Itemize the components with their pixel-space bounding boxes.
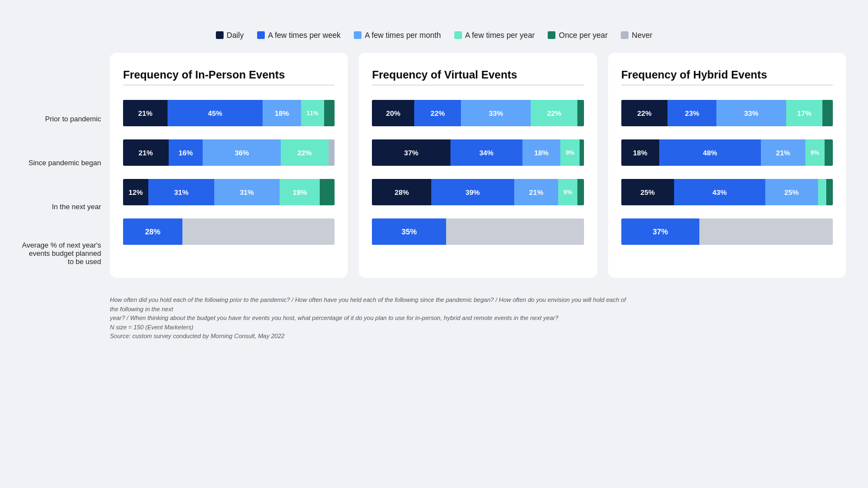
legend-label: A few times per week: [268, 31, 341, 40]
bar-segment: 33%: [461, 100, 531, 126]
bar-segment: 43%: [674, 179, 765, 205]
budget-remainder: [699, 218, 833, 245]
bar-row-since: 21%16%36%22%: [123, 136, 335, 169]
bar-segment: 18%: [263, 100, 301, 126]
bar-segment: 48%: [659, 139, 761, 166]
bar-segment: 25%: [621, 179, 674, 205]
bar-segment: 12%: [123, 179, 148, 205]
bar-segment: 9%: [558, 179, 577, 205]
bar-row-next: 28%39%21%9%: [372, 176, 583, 209]
bar-row-since: 18%48%21%9%: [621, 136, 833, 169]
content-area: Prior to pandemicSince pandemic beganIn …: [22, 53, 846, 278]
legend-color-dot: [354, 31, 361, 39]
footnote-line: How often did you hold each of the follo…: [110, 295, 626, 313]
bar-segment: 21%: [761, 139, 805, 166]
legend-label: Once per year: [559, 31, 608, 40]
chart-card-in-person: Frequency of In-Person Events21%45%18%11…: [110, 53, 348, 278]
bar-segment: 34%: [450, 139, 522, 166]
chart-divider: [372, 85, 583, 86]
bar-row-prior: 22%23%33%17%: [621, 97, 833, 130]
row-label-next: In the next year: [22, 184, 110, 228]
budget-fill: 35%: [372, 218, 446, 245]
bar-segment: [825, 139, 833, 166]
bar-segment: 17%: [786, 100, 822, 126]
bar-segment: [826, 179, 833, 205]
legend-label: A few times per month: [365, 31, 441, 40]
bar-segment: 25%: [765, 179, 818, 205]
bar-segment: [324, 100, 335, 126]
bar-segment: [577, 179, 584, 205]
stacked-bar: 22%23%33%17%: [621, 100, 833, 126]
legend-item: Daily: [216, 31, 244, 40]
bar-row-since: 37%34%18%9%: [372, 136, 583, 169]
bar-segment: 9%: [560, 139, 580, 166]
bar-segment: [822, 100, 833, 126]
budget-bar-container: 35%: [372, 215, 583, 248]
budget-remainder: [446, 218, 583, 245]
bar-row-prior: 20%22%33%22%: [372, 97, 583, 130]
bar-segment: [580, 139, 584, 166]
footnote: How often did you hold each of the follo…: [22, 295, 626, 341]
budget-fill: 28%: [123, 218, 182, 245]
bar-segment: 22%: [621, 100, 668, 126]
charts-row: Frequency of In-Person Events21%45%18%11…: [110, 53, 846, 278]
bar-segment: [818, 179, 826, 205]
legend-item: Once per year: [548, 31, 608, 40]
legend-color-dot: [548, 31, 555, 39]
chart-card-virtual: Frequency of Virtual Events20%22%33%22%3…: [359, 53, 597, 278]
bar-segment: 39%: [431, 179, 514, 205]
bar-segment: [320, 179, 335, 205]
legend-label: Never: [632, 31, 652, 40]
chart-divider: [123, 85, 335, 86]
bar-segment: 37%: [372, 139, 450, 166]
budget-remainder: [182, 218, 335, 245]
legend-item: A few times per month: [354, 31, 441, 40]
footnote-line: N size = 150 (Event Marketers): [110, 323, 626, 332]
legend-color-dot: [621, 31, 628, 39]
bar-segment: 33%: [716, 100, 786, 126]
budget-bar: 37%: [621, 218, 833, 245]
bar-segment: 21%: [123, 100, 168, 126]
budget-bar-container: 37%: [621, 215, 833, 248]
bar-segment: 22%: [281, 139, 329, 166]
legend-color-dot: [216, 31, 224, 39]
bar-row-next: 25%43%25%: [621, 176, 833, 209]
stacked-bar: 21%45%18%11%: [123, 100, 335, 126]
legend-item: Never: [621, 31, 652, 40]
legend: DailyA few times per weekA few times per…: [22, 31, 846, 40]
bar-segment: 19%: [280, 179, 320, 205]
bar-segment: 11%: [301, 100, 324, 126]
bar-segment: 28%: [372, 179, 431, 205]
chart-title-virtual: Frequency of Virtual Events: [372, 68, 583, 81]
legend-item: A few times per year: [454, 31, 535, 40]
chart-title-hybrid: Frequency of Hybrid Events: [621, 68, 833, 81]
bar-segment: 18%: [522, 139, 560, 166]
bar-row-next: 12%31%31%19%: [123, 176, 335, 209]
bar-segment: 20%: [372, 100, 414, 126]
row-label-since: Since pandemic began: [22, 141, 110, 184]
bar-segment: 22%: [414, 100, 461, 126]
chart-title-in-person: Frequency of In-Person Events: [123, 68, 335, 81]
budget-fill: 37%: [621, 218, 700, 245]
bar-segment: 21%: [514, 179, 559, 205]
stacked-bar: 18%48%21%9%: [621, 139, 833, 166]
bar-segment: [577, 100, 584, 126]
legend-color-dot: [454, 31, 462, 39]
bar-segment: 16%: [169, 139, 203, 166]
legend-label: Daily: [227, 31, 244, 40]
stacked-bar: 25%43%25%: [621, 179, 833, 205]
bar-segment: 23%: [667, 100, 716, 126]
footnote-line: Source: custom survey conducted by Morni…: [110, 332, 626, 341]
bar-segment: 9%: [805, 139, 825, 166]
row-label-budget: Average % of next year's events budget p…: [22, 228, 110, 278]
stacked-bar: 21%16%36%22%: [123, 139, 335, 166]
bar-segment: 22%: [531, 100, 577, 126]
row-label-prior: Prior to pandemic: [22, 97, 110, 141]
chart-divider: [621, 85, 833, 86]
legend-label: A few times per year: [465, 31, 535, 40]
budget-bar-container: 28%: [123, 215, 335, 248]
legend-color-dot: [257, 31, 265, 39]
bar-segment: 31%: [148, 179, 214, 205]
row-labels: Prior to pandemicSince pandemic beganIn …: [22, 53, 110, 278]
bar-segment: 31%: [214, 179, 280, 205]
